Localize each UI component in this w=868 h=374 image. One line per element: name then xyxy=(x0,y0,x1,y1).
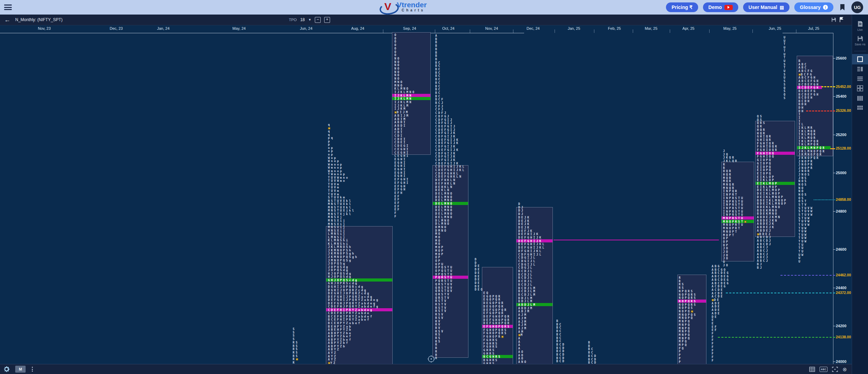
tpo-decrease-button[interactable]: − xyxy=(315,17,321,23)
tpo-row: INPRSTU xyxy=(723,207,744,210)
tpo-increase-button[interactable]: + xyxy=(324,17,330,23)
columns-icon xyxy=(857,96,863,101)
tpo-value[interactable]: 18 xyxy=(300,17,305,22)
tpo-row: MNOPRT xyxy=(723,227,741,230)
tpo-row: IKLMPQR xyxy=(798,140,820,143)
layout-list-panel-button[interactable] xyxy=(852,64,868,74)
tpo-row: INPQR xyxy=(723,190,738,193)
recenter-crosshair-button[interactable] xyxy=(428,355,435,363)
focus-mode-icon[interactable] xyxy=(832,367,838,372)
tpo-row: BCDJLM xyxy=(518,290,536,293)
user-avatar[interactable]: UG xyxy=(851,1,863,13)
tpo-row: F xyxy=(394,215,398,218)
tpo-row: TWmnop xyxy=(328,173,346,176)
tpo-row: AJM xyxy=(518,320,527,323)
tpo-row: DEQ xyxy=(475,288,484,291)
tpo-row: DEFHKLN xyxy=(435,179,456,182)
tpo-row: PQRSTU xyxy=(435,276,453,279)
tpo-row: RS xyxy=(293,351,299,354)
kebab-menu-icon[interactable] xyxy=(32,367,33,372)
tpo-row: JO xyxy=(723,264,729,267)
tpo-row: EFGHI xyxy=(394,178,410,181)
tpo-row: INPRSTU xyxy=(723,197,744,200)
tpo-row: BC xyxy=(556,323,562,326)
tpo-row: BCGHRS xyxy=(483,355,501,358)
tpo-row: MNO xyxy=(394,81,403,84)
tpo-row: BC xyxy=(556,326,562,329)
tpo-row: R xyxy=(723,163,726,166)
sidebar-item-save-as[interactable]: Save As xyxy=(852,34,868,48)
top-app-bar: V Vtrender Charts Pricing ₹ Demo User Ma… xyxy=(0,0,868,15)
layout-grid-3x2-button[interactable] xyxy=(852,103,868,112)
settings-gear-icon[interactable] xyxy=(3,365,10,373)
tpo-row: IL xyxy=(798,123,804,126)
save-icon[interactable] xyxy=(831,17,836,22)
back-button[interactable]: ← xyxy=(4,16,10,24)
flag-icon[interactable] xyxy=(839,17,843,23)
tpo-row: ABCDJ xyxy=(757,239,772,242)
tpo-row: MNOPQS xyxy=(679,313,697,317)
grid-toggle-icon[interactable] xyxy=(809,367,815,372)
tpo-row: D xyxy=(475,261,478,265)
tpo-row: ABC xyxy=(798,63,807,66)
tpo-row: EIKLMOP xyxy=(757,186,778,189)
tpo-row: RS xyxy=(293,355,299,358)
tpo-row: S xyxy=(784,63,787,66)
tpo-row: ABC xyxy=(798,66,807,69)
tpo-row: E xyxy=(712,322,715,325)
tpo-row: MNPQ xyxy=(679,333,691,337)
chevron-down-icon[interactable]: ▼ xyxy=(308,18,311,21)
sidebar-item-live[interactable]: Live xyxy=(852,19,868,34)
tpo-row: Q xyxy=(784,93,787,96)
tpo-row: MOP xyxy=(435,246,444,249)
tpo-row: RSTV xyxy=(435,303,447,306)
hamburger-menu-icon[interactable] xyxy=(4,5,12,10)
layout-columns-button[interactable] xyxy=(852,93,868,103)
tpo-row: IJKLMN xyxy=(394,101,412,104)
tpo-row: TUVW xyxy=(798,223,811,226)
tpo-row: MNPQ xyxy=(679,320,691,323)
tpo-row: JO xyxy=(723,254,729,257)
user-manual-button[interactable]: User Manual▤ xyxy=(743,2,790,12)
tpo-row: U xyxy=(784,46,787,49)
close-circle-icon[interactable]: ⊗ xyxy=(842,367,847,372)
tpo-row: BC xyxy=(556,337,562,340)
demo-button[interactable]: Demo xyxy=(703,2,738,12)
tpo-row: TUVW xyxy=(798,220,811,223)
glossary-button[interactable]: Glossaryi xyxy=(794,2,833,12)
tpo-row: OP xyxy=(723,237,729,240)
tpo-row: BDEIKLMNOP xyxy=(757,199,787,202)
bookmark-icon[interactable] xyxy=(840,4,845,11)
single-pane-icon xyxy=(857,56,863,62)
tpo-row: FGHRS xyxy=(483,345,499,348)
tpo-row: R xyxy=(435,350,438,353)
tpo-row: OPQSTU xyxy=(435,269,453,273)
timeframe-monthly-button[interactable]: M xyxy=(15,366,26,373)
tpo-row: BGHRS xyxy=(483,359,499,362)
pricing-button[interactable]: Pricing ₹ xyxy=(666,2,698,12)
tpo-row: BC xyxy=(556,340,562,343)
tpo-row: A xyxy=(518,347,521,350)
tpo-row: CDEFGIJK xyxy=(435,162,459,165)
tpo-row: PQRSTU xyxy=(435,279,453,283)
tpo-row: ABCGO xyxy=(712,268,727,271)
abc-labels-toggle[interactable]: ABC xyxy=(820,367,828,372)
tpo-row: EF xyxy=(712,326,718,329)
tpo-row: CDEFGIJK xyxy=(435,149,459,152)
tpo-row: F xyxy=(712,346,715,349)
tpo-row: STUVW xyxy=(798,213,814,216)
tpo-row: S xyxy=(784,80,787,83)
date-label: Jan, 25 xyxy=(568,26,580,30)
tpo-row: INPRSTU xyxy=(723,210,744,213)
tpo-row: DEFGHIJK xyxy=(518,236,542,239)
tpo-row: BCF xyxy=(435,98,444,101)
tpo-row: CEGHI xyxy=(394,151,410,154)
tpo-row: BCDEFGH xyxy=(798,83,820,86)
tpo-row: MNO xyxy=(394,84,403,87)
layout-rows-button[interactable] xyxy=(852,74,868,83)
layout-single-view-button[interactable] xyxy=(852,54,868,64)
layout-grid-2x2-button[interactable] xyxy=(852,83,868,93)
tpo-row: R xyxy=(679,280,682,283)
tpo-row: EGHI xyxy=(394,164,406,168)
tpo-chart-canvas[interactable]: Nov, 23Dec, 23Jan, 24May, 24Jun, 24Aug, … xyxy=(0,0,868,374)
